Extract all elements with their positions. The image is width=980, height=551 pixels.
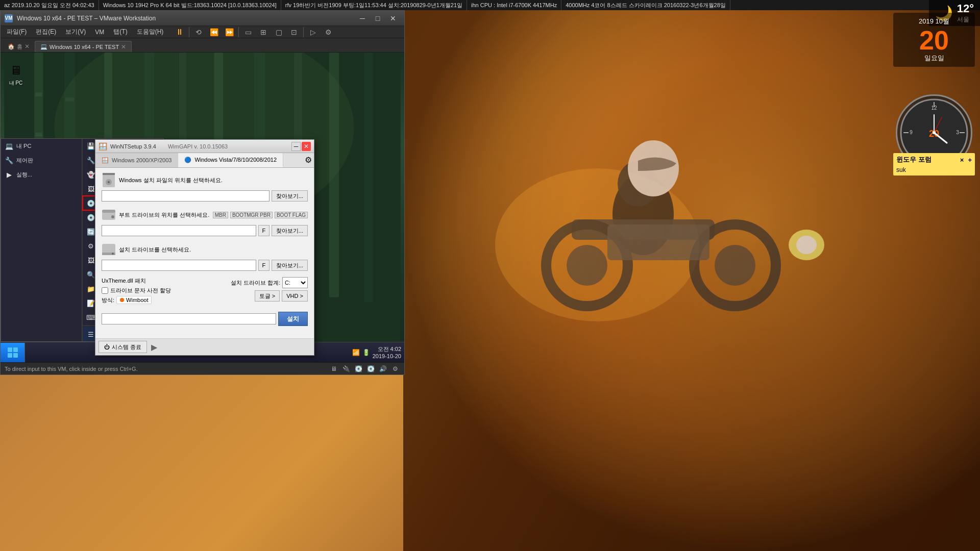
status-icon-monitor[interactable]: 🖥 [329, 364, 339, 374]
install-drive-input[interactable] [102, 260, 256, 271]
hd-icon: 💾 [87, 142, 95, 150]
start-button[interactable] [1, 343, 25, 362]
status-icon-hdd1[interactable]: 💽 [353, 364, 363, 374]
toolbar-btn3[interactable]: ⏩ [222, 26, 236, 38]
everything-icon: 🔍 [87, 270, 95, 279]
win-logo-q3 [8, 353, 12, 358]
toolbar-power-btn[interactable]: ⏸ [173, 26, 187, 38]
note-content: suk [896, 166, 972, 173]
menu-help[interactable]: 도움말(H) [133, 27, 168, 37]
tab-vm-close[interactable]: ✕ [121, 43, 126, 51]
vmware-minimize-btn[interactable]: ─ [355, 13, 370, 23]
cmd-icon: ⌨ [87, 313, 95, 321]
section2-header: 부트 드라이브의 위치를 선택하세요. MBR BOOTMGR PBR BOOT… [102, 208, 308, 222]
install-flag-btn[interactable]: F [258, 260, 270, 271]
status-icon-usb[interactable]: 🔌 [341, 364, 351, 374]
desktop-wallpaper-moto [403, 0, 980, 551]
dialog-badges: MBR BOOTMGR PBR BOOT FLAG [213, 212, 308, 218]
svg-rect-50 [102, 210, 115, 213]
browse1-btn[interactable]: 찾아보기... [272, 190, 308, 202]
install-btn[interactable]: 설치 [278, 312, 308, 326]
preassign-label: 드라이브 문자 사전 할당 [110, 287, 171, 294]
dialog-tab-vista[interactable]: 🔵 Windows Vista/7/8/10/2008/2012 [178, 153, 283, 167]
dialog-close-btn[interactable]: ✕ [302, 142, 311, 151]
status-icon-settings[interactable]: ⚙ [390, 364, 400, 374]
ultraiso-icon: 💿 [87, 213, 95, 221]
calendar-weekday: 일요일 [897, 54, 971, 63]
menu-file[interactable]: 파일(F) [3, 27, 31, 37]
toggle-btn[interactable]: 토글 > [255, 290, 280, 302]
dialog-tab-xp[interactable]: 🪟 Windows 2000/XP/2003 [95, 153, 178, 167]
note-add-btn[interactable]: + [968, 156, 972, 164]
dialog-body: Windows 설치 파일의 위치를 선택하세요. 찾아보기... [95, 168, 314, 334]
section-install-drive: 설치 드라이브를 선택하세요. F 찾아보기... [102, 242, 308, 271]
preassign-checkbox[interactable] [102, 287, 108, 294]
drive-select-row: 설치 드라이브 합계: C: D: [231, 277, 308, 288]
browse2-btn[interactable]: 찾아보기... [272, 225, 308, 236]
toolbar-play[interactable]: ▷ [306, 26, 320, 38]
windows-logo [8, 347, 18, 358]
vmware-menubar: 파일(F) 편집(E) 보기(V) VM 탭(T) 도움말(H) ⏸ ⟲ ⏪ ⏩… [1, 26, 404, 38]
section-boot-drive: 부트 드라이브의 위치를 선택하세요. MBR BOOTMGR PBR BOOT… [102, 208, 308, 236]
drive-icon [102, 208, 116, 222]
boot-flag-btn[interactable]: F [258, 225, 270, 236]
submenu-mypc[interactable]: 💻 내 PC [1, 139, 82, 153]
toolbar-settings[interactable]: ⚙ [321, 26, 335, 38]
svg-point-48 [108, 181, 110, 183]
toolbar-view1[interactable]: ▭ [241, 26, 255, 38]
install-row: 설치 [102, 312, 308, 326]
cd-icon [102, 173, 116, 187]
guest-icon-mypc[interactable]: 🖥 내 PC [6, 60, 26, 89]
menu-vm[interactable]: VM [91, 28, 108, 37]
start-menu-left: 💻 내 PC 🔧 제어판 ▶ 실행... [1, 139, 82, 341]
toolbar-view4[interactable]: ⊡ [287, 26, 301, 38]
menu-tabs[interactable]: 탭(T) [109, 27, 131, 37]
shutdown-label: 시스템 종료 [112, 343, 141, 351]
shutdown-btn[interactable]: ⏻ 시스템 종료 [99, 341, 147, 353]
menu-edit[interactable]: 편집(E) [32, 27, 60, 37]
dialog-title-text: WinNTSetup 3.9.4 WimGAPI v. 10.0.15063 [110, 143, 288, 149]
winxp-tab-label: Windows 2000/XP/2003 [112, 157, 172, 163]
shutdown-arrow[interactable]: ▶ [151, 342, 157, 352]
tab-vm[interactable]: 💻 Windows 10 x64 - PE TEST ✕ [35, 41, 132, 52]
svg-point-10 [715, 245, 755, 286]
settings-icon-btn[interactable]: ⚙ [303, 153, 314, 167]
badge-mbr: MBR [213, 212, 228, 218]
submenu-run[interactable]: ▶ 실행... [1, 167, 82, 182]
boot-path-input[interactable] [102, 225, 256, 236]
tab-home-label: 홈 [17, 43, 22, 51]
tab-home-close[interactable]: ✕ [24, 43, 30, 50]
progress-bar [102, 313, 276, 324]
toolbar-view3[interactable]: ▢ [272, 26, 286, 38]
toolbar-btn2[interactable]: ⏪ [207, 26, 221, 38]
vhd-btn[interactable]: VHD > [282, 290, 308, 302]
vm-screen[interactable]: 🖥 내 PC 📁 P 바탕화면 A 이미지 📦 보관함 [1, 53, 404, 362]
tab-home[interactable]: 🏠 홈 ✕ [3, 41, 35, 52]
status-clockspeed: 4000MHz 4코어 8스레드 스카이레이크 20160322-3년6개월28… [561, 0, 730, 10]
vmware-maximize-btn[interactable]: □ [371, 13, 385, 23]
drive-dropdown[interactable]: C: D: [282, 277, 308, 288]
status-icon-hdd2[interactable]: 💽 [365, 364, 376, 374]
status-icon-audio[interactable]: 🔊 [378, 364, 388, 374]
checkbox-preassign: 드라이브 문자 사전 할당 [102, 287, 225, 294]
dialog-controls: ─ ✕ [291, 142, 311, 151]
vmware-close-btn[interactable]: ✕ [386, 13, 400, 23]
winntsetup-dialog: 🪟 WinNTSetup 3.9.4 WimGAPI v. 10.0.15063… [95, 139, 314, 356]
submenu-control[interactable]: 🔧 제어판 [1, 153, 82, 167]
toolbar-view2[interactable]: ⊞ [256, 26, 271, 38]
note-header: 윈도우 포럼 × + [896, 155, 972, 164]
vm-icon: 💻 [40, 43, 47, 50]
browse3-btn[interactable]: 찾아보기... [272, 260, 308, 271]
note-close-btn[interactable]: × [960, 156, 964, 164]
vmware-statusbar: To direct input to this VM, click inside… [1, 362, 404, 374]
dialog-titlebar: 🪟 WinNTSetup 3.9.4 WimGAPI v. 10.0.15063… [95, 140, 314, 153]
vmware-tabs-bar: 🏠 홈 ✕ 💻 Windows 10 x64 - PE TEST ✕ [1, 38, 404, 53]
wimboot-badge: Wimboot [116, 296, 152, 304]
winxp-tab-icon: 🪟 [102, 157, 109, 164]
install-path-input[interactable] [102, 190, 270, 202]
dialog-minimize-btn[interactable]: ─ [291, 142, 301, 151]
toolbar-btn1[interactable]: ⟲ [191, 26, 206, 38]
vmware-window-controls: ─ □ ✕ [355, 13, 400, 23]
hdd-icon [102, 242, 116, 257]
menu-view[interactable]: 보기(V) [61, 27, 90, 37]
